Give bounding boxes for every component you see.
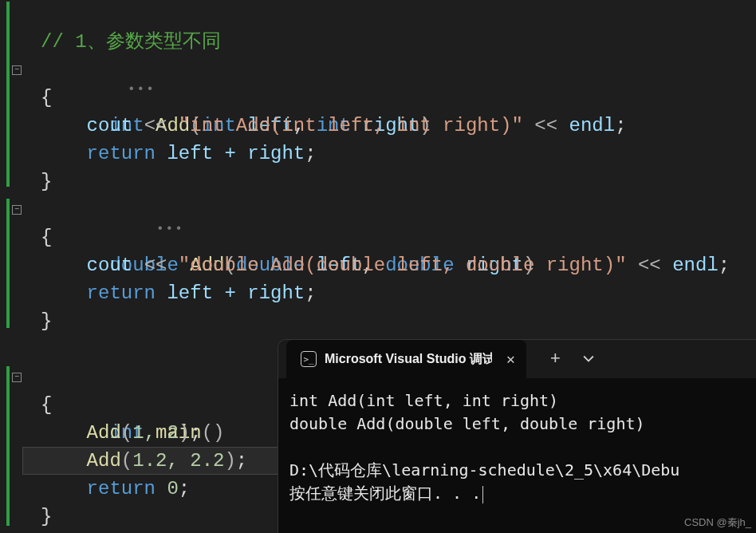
terminal-line: double Add(double left, double right)	[289, 414, 645, 433]
brace: {	[41, 227, 52, 248]
code-line[interactable]: }	[22, 307, 730, 335]
close-tab-icon[interactable]: ✕	[506, 350, 515, 368]
identifier: endl	[569, 115, 616, 136]
expression: left + right	[167, 143, 305, 164]
terminal-output[interactable]: int Add(int left, int right) double Add(…	[278, 378, 756, 516]
fold-toggle-icon[interactable]: −	[12, 373, 22, 382]
terminal-titlebar[interactable]: >_ Microsoft Visual Studio 调试 ✕ +	[278, 340, 756, 378]
terminal-window[interactable]: >_ Microsoft Visual Studio 调试 ✕ + int Ad…	[278, 340, 756, 533]
number-literal: 1.2, 2.2	[132, 450, 224, 472]
terminal-cursor	[482, 486, 483, 503]
number-literal: 1, 2	[132, 422, 179, 444]
function-call: Add	[87, 450, 121, 472]
keyword: return	[87, 282, 156, 304]
change-marker	[6, 199, 10, 328]
code-line[interactable]: // 1、参数类型不同	[22, 28, 730, 56]
terminal-app-icon: >_	[301, 351, 317, 367]
terminal-tab[interactable]: >_ Microsoft Visual Studio 调试 ✕	[286, 340, 526, 378]
expression: left + right	[167, 282, 305, 304]
punct: ;	[305, 282, 316, 304]
brace: {	[41, 394, 52, 416]
paren: (	[121, 422, 132, 444]
paren: )	[224, 450, 235, 472]
terminal-tab-title: Microsoft Visual Studio 调试	[325, 351, 492, 368]
fold-toggle-icon[interactable]: −	[12, 65, 22, 75]
identifier: cout	[87, 115, 133, 136]
tab-dropdown-icon[interactable]	[583, 349, 594, 370]
identifier: endl	[672, 255, 719, 276]
identifier: cout	[87, 255, 133, 276]
punct: ;	[190, 422, 201, 444]
punct: ;	[236, 450, 247, 472]
code-line[interactable]: {	[22, 223, 730, 251]
terminal-line: int Add(int left, int right)	[289, 391, 558, 410]
number-literal: 0	[167, 478, 178, 499]
punct: ;	[719, 255, 730, 276]
paren: )	[179, 422, 190, 444]
code-line[interactable]: return left + right;	[22, 279, 730, 307]
brace: {	[41, 87, 52, 109]
code-line[interactable]: return left + right;	[22, 140, 730, 168]
punct: ;	[179, 478, 190, 499]
terminal-line: D:\代码仓库\learning-schedule\2_5\x64\Debu	[289, 460, 679, 480]
change-marker	[6, 366, 10, 526]
punct: ;	[615, 115, 626, 136]
code-line[interactable]: − int Add(int left, int right) •••	[22, 56, 730, 84]
watermark-text: CSDN @秦jh_	[684, 515, 751, 530]
operator: <<	[638, 255, 661, 276]
code-line[interactable]: − double Add(double left, double right) …	[22, 195, 730, 223]
code-line[interactable]: }	[22, 168, 730, 195]
string-literal: "int Add(int left, int right)"	[179, 115, 523, 136]
change-marker	[6, 2, 10, 187]
brace: }	[41, 171, 52, 192]
brace: }	[41, 310, 52, 332]
function-call: Add	[87, 422, 121, 444]
keyword: return	[87, 478, 156, 499]
fold-toggle-icon[interactable]: −	[12, 205, 22, 215]
terminal-line: 按任意键关闭此窗口. . .	[289, 484, 481, 503]
punct: ;	[305, 143, 316, 164]
paren: (	[121, 450, 132, 472]
comment-text: // 1、参数类型不同	[41, 31, 221, 53]
string-literal: "double Add(double left, double right)"	[179, 255, 627, 276]
terminal-actions: +	[550, 349, 594, 370]
operator: <<	[144, 115, 167, 136]
code-line[interactable]: cout << "double Add(double left, double …	[22, 251, 730, 279]
new-tab-icon[interactable]: +	[550, 349, 561, 369]
code-line[interactable]	[22, 0, 730, 28]
keyword: return	[87, 143, 156, 164]
operator: <<	[534, 115, 557, 136]
code-line[interactable]: cout << "int Add(int left, int right)" <…	[22, 112, 730, 140]
operator: <<	[144, 255, 167, 276]
brace: }	[41, 506, 52, 527]
code-line[interactable]: {	[22, 84, 730, 112]
